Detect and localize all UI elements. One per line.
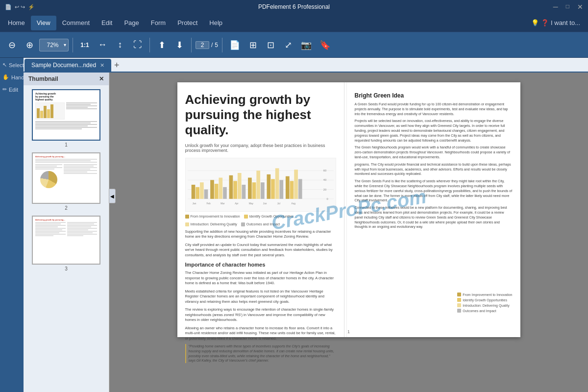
svg-rect-29 bbox=[252, 182, 256, 199]
tab-close-btn[interactable]: ✕ bbox=[100, 62, 104, 69]
crop-btn[interactable]: ⊡ bbox=[263, 36, 278, 54]
body-text-5: The review is exploring ways to encourag… bbox=[185, 307, 336, 323]
right-legend-dot-4 bbox=[457, 309, 461, 313]
chart-legend: From Improvement to Innovation Identify … bbox=[185, 215, 336, 226]
menu-form[interactable]: Form bbox=[145, 16, 172, 30]
page-number-input[interactable] bbox=[196, 41, 209, 49]
hand-icon: ✋ bbox=[2, 74, 9, 80]
chart-area: 0 20 40 60 Jan Feb Mar Apr May Jun Jul bbox=[185, 158, 336, 212]
menu-home[interactable]: Home bbox=[2, 16, 31, 30]
thumb-page-2-label: 2 bbox=[65, 205, 68, 211]
thumbnail-panel: Thumbnail ✕ Achieving growthby pursuing … bbox=[24, 73, 109, 392]
thumbnail-page-1[interactable]: Achieving growthby pursuing thehighest q… bbox=[26, 89, 106, 147]
menu-edit[interactable]: Edit bbox=[96, 16, 118, 30]
svg-rect-34 bbox=[275, 168, 279, 198]
zoom-out-btn[interactable]: ⊖ bbox=[4, 36, 20, 54]
maximize-btn[interactable]: □ bbox=[566, 3, 569, 11]
svg-rect-17 bbox=[196, 187, 199, 198]
page-total: 5 bbox=[215, 42, 218, 49]
toolbar: ⊖ ⊕ ▾ 1:1 ↔ ↕ ⛶ ⬆ ⬇ / 5 📄 ⊞ ⊡ ⤢ 📷 🔖 bbox=[0, 32, 588, 58]
zoom-in-btn[interactable]: ⊕ bbox=[22, 36, 37, 54]
menu-view[interactable]: View bbox=[31, 16, 56, 30]
tab-bar: Sample Documen...nded ✕ + bbox=[0, 58, 588, 73]
right-legend-2: Identify Growth Opportunities bbox=[457, 298, 512, 302]
svg-text:Mar: Mar bbox=[220, 202, 225, 205]
edit-tool-btn[interactable]: ✏ Edit bbox=[1, 84, 22, 95]
legend-dot-4 bbox=[241, 222, 245, 226]
bar-chart: 0 20 40 60 Jan Feb Mar Apr May Jun Jul bbox=[188, 160, 334, 209]
right-body-3: The Green Neighbourhoods program would w… bbox=[355, 145, 513, 159]
svg-rect-27 bbox=[242, 185, 245, 199]
thumbnail-page-3[interactable]: Achieving growth by pursuing... bbox=[26, 216, 106, 271]
right-legend: From Improvement to Innovation Identify … bbox=[457, 293, 512, 313]
svg-text:Feb: Feb bbox=[206, 202, 211, 205]
zoom-input[interactable] bbox=[42, 42, 64, 49]
svg-rect-30 bbox=[256, 171, 260, 199]
single-page-btn[interactable]: 📄 bbox=[226, 36, 243, 54]
legend-label-1: From Improvement to Innovation bbox=[191, 215, 240, 218]
svg-rect-39 bbox=[298, 179, 302, 198]
thumbnail-page-2[interactable]: Achieving growth by pursuing... bbox=[26, 152, 106, 211]
fit-page-btn[interactable]: 1:1 bbox=[77, 36, 93, 54]
fit-width-btn[interactable]: ↔ bbox=[95, 36, 110, 54]
scroll-up-btn[interactable]: ⬆ bbox=[154, 36, 170, 54]
pdf-page-1: CrackProPc.com Achieving growth by pursu… bbox=[177, 82, 520, 337]
body-text-1: Supporting the addition of new housing w… bbox=[185, 229, 336, 240]
legend-item-3: Introduction: Delivering Quality bbox=[185, 222, 237, 226]
page-subtitle: Unlock growth for your company, adopt th… bbox=[185, 143, 336, 153]
right-legend-label-3: Introduction: Delivering Quality bbox=[463, 304, 509, 307]
hand-tool-btn[interactable]: ✋ Hand bbox=[1, 72, 22, 82]
svg-rect-19 bbox=[204, 189, 208, 198]
rotate-btn[interactable]: ⤢ bbox=[280, 36, 296, 54]
svg-rect-38 bbox=[294, 170, 298, 199]
legend-label-3: Introduction: Delivering Quality bbox=[191, 222, 237, 226]
svg-rect-16 bbox=[191, 185, 195, 199]
right-body-6: Connected to these initiatives would be … bbox=[355, 205, 513, 229]
svg-text:Aug: Aug bbox=[291, 202, 295, 205]
title-bar: 📄 ↩ ↪ ⚡ PDFelement 6 Professional ─ □ ✕ bbox=[0, 0, 588, 14]
scroll-down-btn[interactable]: ⬇ bbox=[172, 36, 187, 54]
right-legend-1: From Improvement to Innovation bbox=[457, 293, 512, 296]
full-screen-btn[interactable]: ⛶ bbox=[130, 36, 146, 54]
menu-help[interactable]: Help bbox=[203, 16, 228, 30]
two-page-btn[interactable]: ⊞ bbox=[245, 36, 261, 54]
zoom-dropdown-arrow[interactable]: ▾ bbox=[64, 42, 66, 48]
thumbnail-close-btn[interactable]: ✕ bbox=[99, 75, 104, 82]
thumb-page-3-label: 3 bbox=[65, 266, 68, 271]
panel-collapse-btn[interactable]: ◀ bbox=[109, 189, 116, 203]
screenshot-btn[interactable]: 📷 bbox=[298, 36, 315, 54]
svg-rect-31 bbox=[261, 182, 265, 199]
pdf-viewer[interactable]: CrackProPc.com Achieving growth by pursu… bbox=[109, 73, 588, 392]
svg-rect-18 bbox=[199, 182, 203, 199]
right-body-4: programs. The City would provide financi… bbox=[355, 162, 513, 176]
fit-height-btn[interactable]: ↕ bbox=[112, 36, 128, 54]
page-left-col: Achieving growth by pursuing the highest… bbox=[177, 82, 344, 337]
right-heading: Bright Green Idea bbox=[355, 92, 513, 99]
close-btn[interactable]: ✕ bbox=[577, 3, 583, 11]
right-legend-3: Introduction: Delivering Quality bbox=[457, 303, 512, 307]
menu-comment[interactable]: Comment bbox=[56, 16, 96, 30]
legend-item-1: From Improvement to Innovation bbox=[185, 215, 240, 219]
menu-protect[interactable]: Protect bbox=[172, 16, 203, 30]
svg-text:Jun: Jun bbox=[263, 202, 267, 205]
add-tab-btn[interactable]: + bbox=[111, 59, 122, 72]
right-legend-dot-2 bbox=[457, 298, 461, 302]
svg-rect-23 bbox=[223, 187, 227, 198]
svg-rect-28 bbox=[248, 177, 252, 198]
page-right-col: Bright Green Idea A Green Seeds Fund wou… bbox=[346, 82, 520, 337]
thumb-page-1-label: 1 bbox=[65, 142, 68, 147]
minimize-btn[interactable]: ─ bbox=[553, 3, 558, 11]
svg-text:60: 60 bbox=[323, 169, 326, 172]
svg-rect-35 bbox=[279, 180, 283, 198]
right-legend-label-4: Outcomes and Impact bbox=[463, 309, 496, 313]
legend-dot-3 bbox=[185, 222, 189, 226]
legend-label-4: Outcomes and Impact bbox=[246, 222, 280, 226]
bookmark-btn[interactable]: 🔖 bbox=[317, 36, 333, 54]
iwantto-btn[interactable]: 💡 ❓ I want to... bbox=[525, 17, 586, 28]
document-tab[interactable]: Sample Documen...nded ✕ bbox=[24, 59, 111, 72]
body-text-4: Meets established criteria for original … bbox=[185, 289, 336, 305]
menu-page[interactable]: Page bbox=[118, 16, 145, 30]
right-legend-4: Outcomes and Impact bbox=[457, 309, 512, 313]
select-tool-btn[interactable]: ↖ Select bbox=[1, 60, 22, 70]
right-legend-dot-3 bbox=[457, 303, 461, 307]
